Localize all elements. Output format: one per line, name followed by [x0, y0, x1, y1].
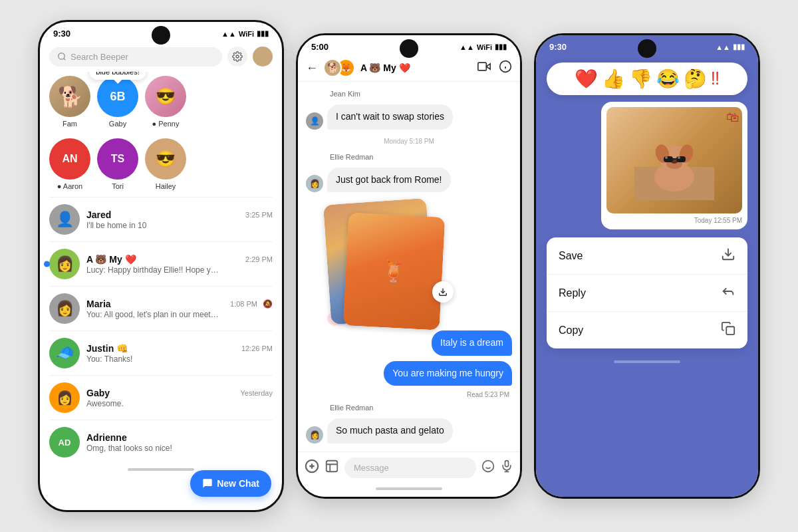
- svg-point-29: [665, 156, 668, 159]
- svg-rect-32: [726, 327, 734, 334]
- notch-1: [152, 26, 170, 45]
- plus-icon[interactable]: [305, 459, 319, 477]
- context-copy[interactable]: Copy: [547, 311, 747, 348]
- notch-2: [400, 39, 418, 58]
- time-1: 9:30: [53, 29, 70, 39]
- svg-point-2: [236, 55, 239, 58]
- story-label-tori: Tori: [112, 182, 124, 190]
- reply-icon: [721, 284, 735, 302]
- amy-info: A 🐻 My ❤️ 2:29 PM Lucy: Happy birthday E…: [86, 254, 273, 275]
- reaction-bar: ❤️ 👍 👎 😂 🤔 ‼️: [547, 63, 747, 95]
- save-icon: [721, 247, 735, 265]
- amy-name: A 🐻 My ❤️: [86, 254, 136, 265]
- chat-item-jared[interactable]: 👤 Jared 3:25 PM I'll be home in 10: [40, 198, 282, 241]
- reaction-laugh[interactable]: 😂: [656, 68, 680, 90]
- story-row-1: 🐕 Fam Welcome toblue bubbles! 6B Gaby 😎: [40, 72, 282, 134]
- justin-name: Justin 👊: [86, 343, 128, 354]
- svg-marker-3: [486, 64, 490, 69]
- story-item-fam[interactable]: 🐕 Fam: [49, 76, 90, 128]
- context-save[interactable]: Save: [547, 237, 747, 274]
- info-icon[interactable]: [499, 60, 512, 76]
- msg-right-2: You are making me hungry: [306, 361, 512, 386]
- jared-info: Jared 3:25 PM I'll be home in 10: [86, 209, 273, 230]
- wifi-icon: WiFi: [239, 30, 254, 38]
- settings-icon[interactable]: [227, 47, 247, 66]
- chat-item-amy[interactable]: 👩 A 🐻 My ❤️ 2:29 PM Lucy: Happy birthday…: [40, 242, 282, 286]
- message-placeholder: Message: [354, 463, 389, 473]
- reaction-thumbsup[interactable]: 👍: [602, 68, 625, 90]
- gaby-info: Gaby Yesterday Awesome.: [86, 388, 273, 408]
- story-item-aaron[interactable]: AN ● Aaron: [49, 138, 90, 190]
- story-label-penny: ● Penny: [152, 120, 180, 128]
- message-input[interactable]: Message: [344, 458, 476, 478]
- battery-2: ▮▮▮: [495, 43, 507, 51]
- msg-right-1: Italy is a dream: [306, 331, 512, 356]
- gaby-time: Yesterday: [240, 389, 273, 397]
- download-button[interactable]: [432, 281, 454, 303]
- chat-bubble-icon: [202, 478, 213, 489]
- user-avatar[interactable]: [253, 47, 273, 66]
- phone-1: 9:30 ▲▲ WiFi ▮▮▮ Search Beeper 🐕: [38, 20, 284, 512]
- justin-info: Justin 👊 12:26 PM You: Thanks!: [86, 343, 273, 364]
- back-button[interactable]: ←: [306, 61, 318, 75]
- copy-label: Copy: [559, 325, 583, 336]
- svg-rect-26: [664, 156, 673, 162]
- reaction-thumbsdown[interactable]: 👎: [629, 68, 652, 90]
- notch-3: [638, 39, 656, 58]
- story-item-tori[interactable]: TS Tori: [97, 138, 138, 190]
- new-chat-label: New Chat: [217, 478, 259, 489]
- story-label-aaron: ● Aaron: [57, 182, 82, 190]
- story-item-gaby[interactable]: Welcome toblue bubbles! 6B Gaby: [97, 76, 138, 128]
- story-item-penny[interactable]: 😎 ● Penny: [145, 76, 186, 128]
- image-timestamp: Today 12:55 PM: [606, 217, 742, 224]
- time-2: 5:00: [311, 42, 329, 52]
- chat-item-justin[interactable]: 🧢 Justin 👊 12:26 PM You: Thanks!: [40, 331, 282, 375]
- amy-preview: Lucy: Happy birthday Ellie!! Hope you've…: [86, 265, 219, 275]
- chat-item-gaby[interactable]: 👩 Gaby Yesterday Awesome.: [40, 376, 282, 420]
- chat-header: ← 🐕 🦊 A 🐻 My ❤️: [298, 55, 520, 82]
- chat-input-bar: Message: [298, 452, 520, 483]
- signal-2: ▲▲: [460, 43, 474, 51]
- amy-avatar: 👩: [49, 249, 80, 279]
- time-3: 9:30: [549, 42, 567, 52]
- search-icon: [57, 52, 66, 61]
- justin-time: 12:26 PM: [241, 344, 273, 352]
- msg-ellie-2: 👩 So much pasta and gelato: [306, 418, 512, 444]
- amy-unread-dot: [44, 261, 50, 267]
- chat-item-adrienne[interactable]: AD Adrienne Omg, that looks so nice!: [40, 420, 282, 464]
- bubble-pasta: So much pasta and gelato: [327, 418, 453, 444]
- battery-3: ▮▮▮: [733, 43, 745, 51]
- phone-3: 9:30 ▲▲ ▮▮▮ ❤️ 👍 👎 😂 🤔 ‼️: [534, 33, 760, 499]
- reaction-exclaim[interactable]: ‼️: [711, 68, 720, 90]
- aaron-initials: AN: [62, 153, 77, 165]
- messages-area: Jean Kim 👤 I can't wait to swap stories …: [298, 82, 520, 452]
- svg-point-30: [678, 156, 680, 159]
- svg-point-13: [483, 461, 494, 472]
- mic-icon[interactable]: [500, 460, 513, 476]
- new-chat-button[interactable]: New Chat: [190, 470, 271, 497]
- time-divider-monday: Monday 5:18 PM: [306, 138, 512, 145]
- justin-avatar: 🧢: [49, 338, 80, 368]
- status-icons-1: ▲▲ WiFi ▮▮▮: [221, 29, 269, 38]
- jared-avatar: 👤: [49, 204, 80, 235]
- amy-time: 2:29 PM: [245, 255, 273, 263]
- gaby-preview: Awesome.: [86, 399, 219, 408]
- svg-rect-4: [478, 63, 487, 70]
- chat-header-name: A 🐻 My ❤️: [360, 63, 472, 73]
- chat-item-maria[interactable]: 👩 Maria 1:08 PM 🔕 You: All good, let's p…: [40, 287, 282, 331]
- reaction-think[interactable]: 🤔: [684, 68, 707, 90]
- reply-label: Reply: [559, 287, 586, 299]
- save-label: Save: [559, 250, 583, 262]
- video-icon[interactable]: [477, 60, 491, 76]
- context-reply[interactable]: Reply: [547, 274, 747, 311]
- emoji-icon[interactable]: [481, 460, 495, 476]
- svg-rect-27: [676, 156, 686, 162]
- story-item-hailey[interactable]: 😎 Hailey: [145, 138, 186, 190]
- sticker-icon[interactable]: [325, 459, 339, 477]
- maria-avatar: 👩: [49, 293, 80, 324]
- reaction-heart[interactable]: ❤️: [575, 68, 598, 90]
- maria-info: Maria 1:08 PM 🔕 You: All good, let's pla…: [86, 299, 273, 319]
- search-bar[interactable]: Search Beeper: [49, 47, 222, 66]
- adrienne-preview: Omg, that looks so nice!: [86, 444, 219, 453]
- home-bar-3: [614, 360, 680, 363]
